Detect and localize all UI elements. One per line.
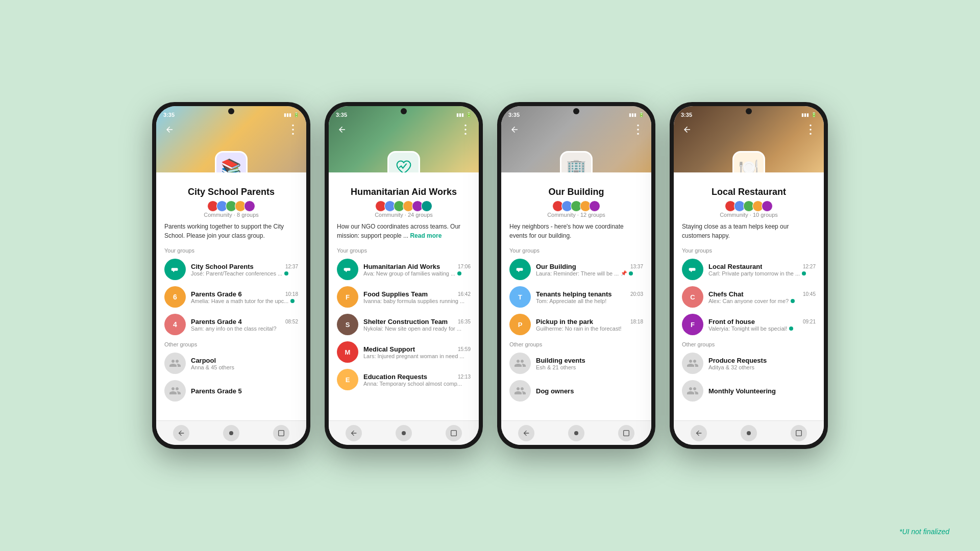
phone-1: 3:35 ▮▮▮ 🔋 📚 xyxy=(152,102,310,449)
back-button-4[interactable] xyxy=(680,122,694,137)
other-groups-label-1: Other groups xyxy=(156,338,306,349)
chat-preview-cc: Alex: Can anyone cover for me? xyxy=(708,298,816,304)
chat-item-chefs-chat[interactable]: C Chefs Chat 10:45 Alex: Can anyone cove… xyxy=(674,283,824,311)
chat-info-shelter: Shelter Construction Team 16:35 Nykolai:… xyxy=(363,318,471,332)
svg-point-0 xyxy=(292,124,294,127)
status-time-2: 3:35 xyxy=(336,112,347,118)
avatar-row-1 xyxy=(156,201,306,212)
more-button-4[interactable] xyxy=(803,122,818,137)
nav-back-4[interactable] xyxy=(691,425,707,441)
back-button-1[interactable] xyxy=(162,122,177,137)
chat-info-be: Building events Esh & 21 others xyxy=(536,357,643,370)
avatar-4-5 xyxy=(762,201,773,212)
chat-avatar-csp xyxy=(164,259,186,280)
svg-point-17 xyxy=(810,129,812,131)
chat-avatar-tenants: T xyxy=(509,286,531,308)
nav-square-1[interactable] xyxy=(273,425,289,441)
nav-square-2[interactable] xyxy=(446,425,462,441)
unread-dot-ob xyxy=(629,271,633,276)
status-bar-2: 3:35 ▮▮▮ 🔋 xyxy=(329,106,479,120)
chat-time-cc: 10:45 xyxy=(803,291,816,297)
chat-item-tenants[interactable]: T Tenants helping tenants 20:03 Tom: App… xyxy=(501,283,651,311)
chat-info-mv: Monthly Volunteering xyxy=(708,387,816,395)
chat-item-local-restaurant[interactable]: Local Restaurant 12:27 Carl: Private par… xyxy=(674,256,824,283)
chat-time-edu: 12:13 xyxy=(458,374,471,380)
back-button-3[interactable] xyxy=(507,122,522,137)
svg-rect-15 xyxy=(624,430,629,436)
chat-name-foh: Front of house xyxy=(708,318,755,325)
community-desc-4: Staying close as a team helps keep our c… xyxy=(674,222,824,244)
chat-item-haw[interactable]: Humanitarian Aid Works 17:06 Ava: New gr… xyxy=(329,256,479,283)
nav-home-3[interactable] xyxy=(568,425,584,441)
read-more-2[interactable]: Read more xyxy=(410,232,442,239)
svg-point-12 xyxy=(637,129,639,131)
chat-time-ob: 13:37 xyxy=(630,264,643,269)
signal-icon-1: ▮▮▮ xyxy=(284,112,291,117)
chat-name-pg5: Parents Grade 5 xyxy=(191,387,242,395)
chat-item-medical[interactable]: M Medical Support 15:59 Lars: Injured pr… xyxy=(329,338,479,366)
svg-point-2 xyxy=(292,133,294,135)
back-button-2[interactable] xyxy=(335,122,349,137)
more-button-2[interactable] xyxy=(458,122,473,137)
chat-item-parents-grade4[interactable]: 4 Parents Grade 4 08:52 Sam: any info on… xyxy=(156,311,306,338)
chat-item-education[interactable]: E Education Requests 12:13 Anna: Tempora… xyxy=(329,366,479,393)
more-button-3[interactable] xyxy=(631,122,645,137)
chat-item-parents-grade6[interactable]: 6 Parents Grade 6 10:18 Amelia: Have a m… xyxy=(156,283,306,311)
header-image-1: 3:35 ▮▮▮ 🔋 📚 xyxy=(156,106,306,172)
chat-name-carpool: Carpool xyxy=(191,357,216,364)
more-button-1[interactable] xyxy=(286,122,300,137)
your-groups-label-2: Your groups xyxy=(329,244,479,256)
chat-name-pg4: Parents Grade 4 xyxy=(191,318,242,325)
chat-item-produce-requests[interactable]: Produce Requests Aditya & 32 others xyxy=(674,349,824,377)
nav-home-1[interactable] xyxy=(223,425,239,441)
unread-dot-pg6 xyxy=(290,299,295,303)
chat-item-our-building[interactable]: Our Building 13:37 Laura: Reminder: Ther… xyxy=(501,256,651,283)
chat-info-carpool: Carpool Anna & 45 others xyxy=(191,357,298,370)
chat-time-csp: 12:37 xyxy=(285,264,298,269)
avatar-row-4 xyxy=(674,201,824,212)
signal-icon-4: ▮▮▮ xyxy=(801,112,809,117)
chat-info-pr: Produce Requests Aditya & 32 others xyxy=(708,357,816,370)
chat-time-pickup: 18:18 xyxy=(630,319,643,324)
nav-back-3[interactable] xyxy=(518,425,534,441)
nav-back-1[interactable] xyxy=(173,425,189,441)
svg-point-6 xyxy=(464,129,467,131)
chat-item-carpool[interactable]: Carpool Anna & 45 others xyxy=(156,349,306,377)
status-bar-3: 3:35 ▮▮▮ 🔋 xyxy=(501,106,651,120)
community-icon-1: 📚 xyxy=(215,151,248,172)
nav-back-2[interactable] xyxy=(346,425,362,441)
chat-info-ob: Our Building 13:37 Laura: Reminder: Ther… xyxy=(536,263,643,277)
nav-square-4[interactable] xyxy=(791,425,807,441)
pin-icon-ob: 📌 xyxy=(621,270,627,276)
chat-item-city-school-parents[interactable]: City School Parents 12:37 José: Parent/T… xyxy=(156,256,306,283)
chat-avatar-carpool xyxy=(164,353,186,374)
svg-rect-8 xyxy=(393,157,414,172)
chat-item-monthly-volunteering[interactable]: Monthly Volunteering xyxy=(674,377,824,405)
chat-name-lr: Local Restaurant xyxy=(708,263,762,270)
chat-info-csp: City School Parents 12:37 José: Parent/T… xyxy=(191,263,298,277)
chat-item-pickup[interactable]: P Pickup in the park 18:18 Guilherme: No… xyxy=(501,311,651,338)
chat-info-lr: Local Restaurant 12:27 Carl: Private par… xyxy=(708,263,816,277)
chat-avatar-be xyxy=(509,353,531,374)
chat-info-tenants: Tenants helping tenants 20:03 Tom: Appre… xyxy=(536,290,643,304)
phone-4: 3:35 ▮▮▮ 🔋 🍽️ xyxy=(670,102,828,449)
chat-avatar-haw xyxy=(337,259,358,280)
chat-preview-pr: Aditya & 32 others xyxy=(708,364,816,370)
phone-content-4: Local Restaurant Community · 10 groups S… xyxy=(674,172,824,420)
chat-preview-medical: Lars: Injured pregnant woman in need ... xyxy=(363,353,471,359)
chat-item-shelter[interactable]: S Shelter Construction Team 16:35 Nykola… xyxy=(329,311,479,338)
chat-item-dog-owners[interactable]: Dog owners xyxy=(501,377,651,405)
chat-item-parents-grade5[interactable]: Parents Grade 5 xyxy=(156,377,306,405)
chat-item-food[interactable]: F Food Supplies Team 16:42 Ivanna: baby … xyxy=(329,283,479,311)
svg-rect-4 xyxy=(279,430,284,436)
nav-home-4[interactable] xyxy=(741,425,757,441)
chat-name-do: Dog owners xyxy=(536,387,574,395)
svg-point-9 xyxy=(402,431,406,435)
chat-item-front-of-house[interactable]: F Front of house 09:21 Valeryia: Tonight… xyxy=(674,311,824,338)
status-time-3: 3:35 xyxy=(508,112,520,118)
chat-avatar-pg5 xyxy=(164,380,186,402)
nav-square-3[interactable] xyxy=(618,425,634,441)
nav-home-2[interactable] xyxy=(396,425,412,441)
chat-item-building-events[interactable]: Building events Esh & 21 others xyxy=(501,349,651,377)
chat-preview-carpool: Anna & 45 others xyxy=(191,364,298,370)
